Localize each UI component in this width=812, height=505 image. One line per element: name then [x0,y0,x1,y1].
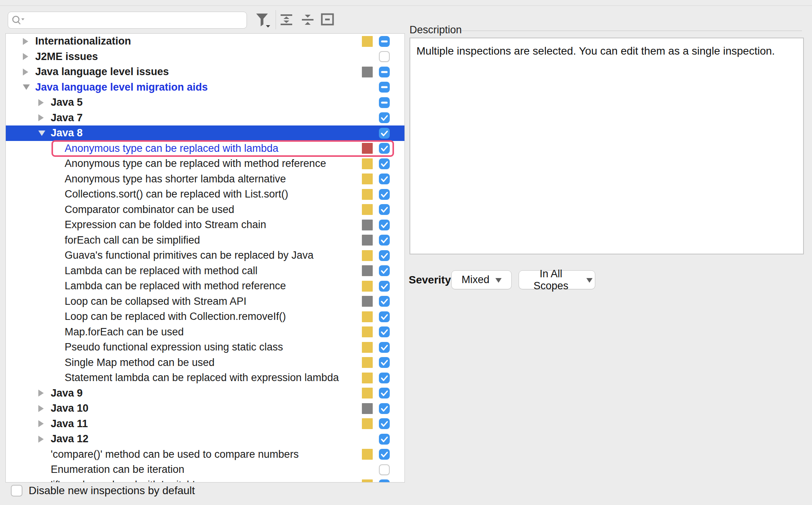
tree-row[interactable]: Loop can be replaced with Collection.rem… [6,309,404,325]
reset-button[interactable] [320,13,334,26]
tree-row[interactable]: Java 11 [6,416,404,432]
scope-dropdown[interactable]: In All Scopes [519,270,595,289]
tree-row[interactable]: Java language level issues [6,64,404,80]
tree-row[interactable]: Enumeration can be iteration [6,462,404,478]
expand-arrow-icon[interactable] [38,405,51,412]
tree-row[interactable]: Java 9 [6,386,404,401]
inspection-checkbox[interactable] [379,418,390,429]
inspection-checkbox[interactable] [379,235,390,246]
triangle-glyph [23,69,28,76]
expand-arrow-icon[interactable] [38,114,51,121]
tree-row[interactable]: Internationalization [6,34,404,49]
collapse-arrow-icon[interactable] [38,131,51,136]
tree-row[interactable]: Map.forEach can be used [6,325,404,340]
expand-arrow-icon[interactable] [23,38,35,45]
triangle-glyph [23,38,28,45]
inspection-checkbox[interactable] [379,342,390,353]
severity-color-placeholder [362,51,373,62]
search-field[interactable] [8,12,247,29]
inspection-checkbox[interactable] [379,67,390,77]
tree-row[interactable]: Java 10 [6,401,404,416]
expand-all-icon [280,14,293,26]
tree-row[interactable]: Pseudo functional expression using stati… [6,340,404,355]
inspection-checkbox[interactable] [379,173,390,184]
inspection-checkbox[interactable] [379,449,390,460]
inspection-checkbox[interactable] [379,296,390,307]
inspection-checkbox[interactable] [379,281,390,292]
expand-arrow-icon[interactable] [38,420,51,427]
disable-new-inspections-checkbox[interactable] [11,485,22,496]
tree-row[interactable]: Expression can be folded into Stream cha… [6,217,404,233]
inspection-checkbox[interactable] [379,403,390,414]
inspection-checkbox[interactable] [379,464,390,475]
tree-item-label: forEach call can be simplified [65,235,200,246]
inspection-checkbox[interactable] [379,204,390,215]
inspection-checkbox[interactable] [379,373,390,383]
row-controls [362,97,390,108]
inspection-checkbox[interactable] [379,82,390,93]
tree-row[interactable]: Loop can be collapsed with Stream API [6,294,404,309]
inspection-checkbox[interactable] [379,250,390,261]
expand-arrow-icon[interactable] [38,99,51,106]
tree-row[interactable]: Java language level migration aids [6,80,404,95]
inspection-tree[interactable]: InternationalizationJ2ME issuesJava lang… [5,33,405,483]
tree-item-label: Java 11 [51,419,88,429]
expand-arrow-icon[interactable] [38,436,51,443]
inspection-checkbox[interactable] [379,51,390,62]
tree-row[interactable]: Lambda can be replaced with method refer… [6,278,404,294]
row-controls [362,373,390,383]
expand-all-button[interactable] [279,14,293,26]
tree-row[interactable]: Single Map method can be used [6,355,404,371]
tree-row[interactable]: Java 12 [6,431,404,447]
inspection-checkbox[interactable] [379,158,390,169]
description-title: Description [409,24,462,36]
expand-arrow-icon[interactable] [38,390,51,397]
tree-row[interactable]: 'if' can be replaced with 'switch' [6,478,404,483]
severity-color-indicator [362,479,373,483]
tree-item-label: Java language level issues [35,67,169,77]
tree-row[interactable]: Anonymous type can be replaced with lamb… [6,141,404,156]
tree-row[interactable]: Guava's functional primitives can be rep… [6,248,404,263]
inspection-checkbox[interactable] [379,311,390,322]
inspection-checkbox[interactable] [379,479,390,483]
tree-row[interactable]: Statement lambda can be replaced with ex… [6,370,404,386]
severity-label: Severity: [409,274,454,286]
tree-item-label: Single Map method can be used [65,357,214,368]
inspection-checkbox[interactable] [379,36,390,47]
expand-arrow-icon[interactable] [23,69,35,76]
inspection-checkbox[interactable] [379,143,390,154]
inspection-checkbox[interactable] [379,128,390,139]
tree-row[interactable]: Collections.sort() can be replaced with … [6,187,404,202]
severity-color-indicator [362,36,373,47]
tree-row[interactable]: Java 5 [6,95,404,110]
tree-row[interactable]: Java 7 [6,110,404,126]
expand-arrow-icon[interactable] [23,53,35,60]
tree-item-label: Java 10 [51,403,89,414]
collapse-arrow-icon[interactable] [23,84,35,90]
tree-row[interactable]: Comparator combinator can be used [6,202,404,218]
tree-row[interactable]: J2ME issues [6,49,404,65]
inspection-checkbox[interactable] [379,326,390,337]
collapse-all-button[interactable] [301,14,314,26]
tree-row[interactable]: 'compare()' method can be used to compar… [6,447,404,462]
inspection-checkbox[interactable] [379,97,390,108]
tree-row[interactable]: forEach call can be simplified [6,233,404,248]
tree-item-label: Java 8 [51,128,83,138]
inspection-checkbox[interactable] [379,357,390,368]
filter-button[interactable] [253,11,272,30]
inspection-checkbox[interactable] [379,189,390,200]
tree-item-label: Enumeration can be iteration [51,464,184,475]
inspection-checkbox[interactable] [379,112,390,123]
tree-row[interactable]: Java 8 [6,125,404,141]
row-controls [362,479,390,483]
inspection-checkbox[interactable] [379,388,390,399]
inspection-checkbox[interactable] [379,434,390,445]
severity-dropdown-value: Mixed [461,274,489,286]
tree-row[interactable]: Anonymous type can be replaced with meth… [6,156,404,172]
inspection-checkbox[interactable] [379,265,390,276]
search-input[interactable] [25,13,243,27]
severity-dropdown[interactable]: Mixed [451,270,512,289]
inspection-checkbox[interactable] [379,220,390,230]
tree-row[interactable]: Lambda can be replaced with method call [6,263,404,279]
tree-row[interactable]: Anonymous type has shorter lambda altern… [6,172,404,187]
